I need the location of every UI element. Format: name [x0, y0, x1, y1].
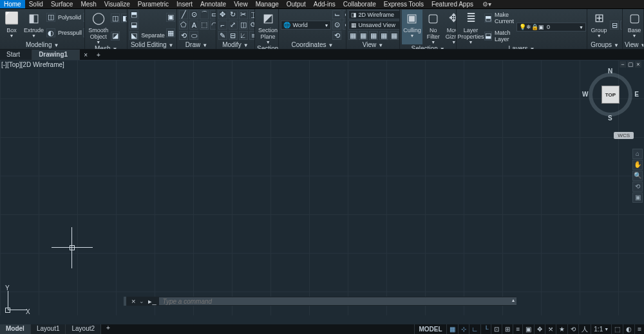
- status-toggle-8[interactable]: ✥: [534, 324, 545, 334]
- tool-icon[interactable]: ╱: [179, 10, 188, 19]
- tool-icon[interactable]: ⌐: [218, 21, 227, 30]
- tool-icon[interactable]: ⤢: [229, 21, 238, 30]
- status-toggle-5[interactable]: ⊞: [502, 324, 513, 334]
- layer-dropdown[interactable]: 💡❄🔒▣0▼: [516, 23, 586, 32]
- nav-full-icon[interactable]: ⌂: [632, 149, 643, 159]
- tool-icon[interactable]: ⬠: [179, 21, 188, 30]
- saved-view-dropdown[interactable]: ▦Unsaved View▼: [348, 21, 401, 30]
- panel-title-modeling[interactable]: Modeling▼: [2, 41, 82, 49]
- tool-icon[interactable]: ▣: [166, 13, 175, 22]
- panel-title-mesh[interactable]: Mesh▼: [87, 44, 125, 49]
- panel-title-selection[interactable]: Selection▼: [402, 44, 454, 49]
- menu-manage[interactable]: Manage: [252, 0, 283, 8]
- status-toggle-15[interactable]: ≡: [634, 324, 644, 334]
- view-config-icon[interactable]: ▦: [379, 31, 388, 40]
- nav-pan-icon[interactable]: ✋: [632, 160, 643, 170]
- subtract-button[interactable]: ⬓: [129, 21, 165, 30]
- box-button[interactable]: ⬜Box▼: [2, 10, 21, 41]
- visual-style-dropdown[interactable]: ◨2D Wireframe▼: [348, 10, 401, 19]
- world-dropdown[interactable]: 🌐World▼: [281, 21, 331, 30]
- smooth-object-button[interactable]: ◯SmoothObject▼: [87, 10, 109, 44]
- menu-insert[interactable]: Insert: [173, 0, 196, 8]
- menu-surface[interactable]: Surface: [47, 0, 77, 8]
- tool-icon[interactable]: ⟀: [239, 31, 248, 40]
- viewcube-west[interactable]: W: [582, 91, 588, 98]
- layout-tab-new-icon[interactable]: +: [101, 324, 115, 334]
- tool-icon[interactable]: ◫: [111, 14, 120, 23]
- cmdline-drag-handle[interactable]: [124, 297, 126, 306]
- match-layer-button[interactable]: ⬓Match Layer: [484, 30, 515, 42]
- menu-add-ins[interactable]: Add-ins: [310, 0, 339, 8]
- tool-icon[interactable]: ⊟: [229, 31, 238, 40]
- layer-properties-button[interactable]: ≣LayerProperties▼: [459, 10, 483, 44]
- cmdline-recent-icon[interactable]: ⌄: [138, 298, 146, 304]
- close-icon[interactable]: ×: [635, 61, 641, 68]
- menu-collaborate[interactable]: Collaborate: [339, 0, 380, 8]
- cmdline-close-icon[interactable]: ×: [129, 297, 138, 305]
- drawing-viewport[interactable]: [-][Top][2D Wireframe] − ▢ × TOP N E S W…: [0, 60, 644, 315]
- view-config-icon[interactable]: ▦: [390, 31, 399, 40]
- presspull-button[interactable]: ◐Presspull: [46, 28, 82, 37]
- tool-icon[interactable]: ↻: [229, 10, 238, 19]
- tool-icon[interactable]: ⬭: [189, 31, 198, 40]
- culling-button[interactable]: ▣Culling▼: [402, 10, 422, 44]
- tool-icon[interactable]: ✎: [218, 31, 227, 40]
- panel-title-layers[interactable]: Layers▼: [459, 44, 585, 49]
- base-view-button[interactable]: ▢Base▼: [625, 10, 644, 41]
- menu-express-tools[interactable]: Express Tools: [380, 0, 428, 8]
- status-toggle-4[interactable]: ⊡: [491, 324, 502, 334]
- tool-icon[interactable]: ⟲: [179, 31, 188, 40]
- tool-icon[interactable]: ⌶: [249, 10, 255, 19]
- panel-title-section[interactable]: Section▼: [257, 44, 276, 49]
- status-toggle-14[interactable]: ◐: [623, 324, 634, 334]
- group-button[interactable]: ⊞Group▼: [589, 10, 609, 41]
- tool-icon[interactable]: A: [189, 21, 198, 30]
- tool-icon[interactable]: ⊙: [189, 10, 198, 19]
- menu-output[interactable]: Output: [283, 0, 310, 8]
- menu-mesh[interactable]: Mesh: [77, 0, 100, 8]
- view-config-icon[interactable]: ▦: [359, 31, 368, 40]
- menu-visualize[interactable]: Visualize: [100, 0, 134, 8]
- viewcube-south[interactable]: S: [608, 115, 612, 122]
- view-config-icon[interactable]: ▦: [369, 31, 378, 40]
- panel-title-modify[interactable]: Modify▼: [218, 41, 252, 49]
- polysolid-button[interactable]: ◫Polysolid: [46, 13, 82, 22]
- separate-button[interactable]: ⬕Separate: [129, 31, 165, 40]
- extrude-button[interactable]: ◧Extrude▼: [23, 10, 45, 41]
- viewport-label[interactable]: [-][Top][2D Wireframe]: [1, 61, 64, 68]
- nav-showmotion-icon[interactable]: ▣: [632, 192, 643, 203]
- view-cube[interactable]: TOP N E S W: [585, 69, 636, 120]
- status-toggle-2[interactable]: ∟: [469, 324, 481, 334]
- viewcube-east[interactable]: E: [634, 91, 639, 98]
- minimize-icon[interactable]: −: [620, 61, 626, 68]
- file-tab-new-icon[interactable]: +: [91, 51, 106, 59]
- status-toggle-0[interactable]: ▦: [446, 324, 458, 334]
- layout-tab-model[interactable]: Model: [0, 324, 31, 334]
- layout-tab-layout1[interactable]: Layout1: [31, 324, 66, 334]
- menu-solid[interactable]: Solid: [25, 0, 47, 8]
- tool-icon[interactable]: ⊟: [610, 21, 619, 30]
- tool-icon[interactable]: ⊙: [332, 21, 341, 30]
- tool-icon[interactable]: ◠: [210, 21, 216, 30]
- status-scale-dropdown[interactable]: 1:1 ▼: [591, 324, 611, 334]
- tool-icon[interactable]: ✥: [218, 10, 227, 19]
- panel-title-draw[interactable]: Draw▼: [179, 41, 213, 49]
- viewcube-north[interactable]: N: [608, 68, 612, 75]
- make-current-button[interactable]: ⬒Make Current: [484, 12, 515, 24]
- tool-icon[interactable]: ✂: [239, 10, 248, 19]
- panel-title-view[interactable]: View▼: [348, 41, 398, 49]
- tool-icon[interactable]: ◪: [111, 32, 120, 41]
- no-filter-button[interactable]: ▢NoFilter▼: [424, 10, 443, 44]
- tool-icon[interactable]: ◧: [121, 14, 128, 23]
- menu-featured-apps[interactable]: Featured Apps: [428, 0, 477, 8]
- maximize-icon[interactable]: ▢: [627, 61, 634, 68]
- command-input[interactable]: [159, 297, 510, 305]
- status-toggle-13[interactable]: ⬚: [611, 324, 623, 334]
- panel-title-coordinates[interactable]: Coordinates▼: [281, 41, 343, 49]
- view-config-icon[interactable]: ▦: [348, 31, 357, 40]
- file-tab-close-icon[interactable]: ×: [80, 51, 91, 59]
- nav-orbit-icon[interactable]: ⟲: [632, 181, 643, 192]
- tool-icon[interactable]: ⟳: [249, 21, 255, 30]
- status-toggle-7[interactable]: ▣: [522, 324, 534, 334]
- status-toggle-3[interactable]: └: [480, 324, 491, 334]
